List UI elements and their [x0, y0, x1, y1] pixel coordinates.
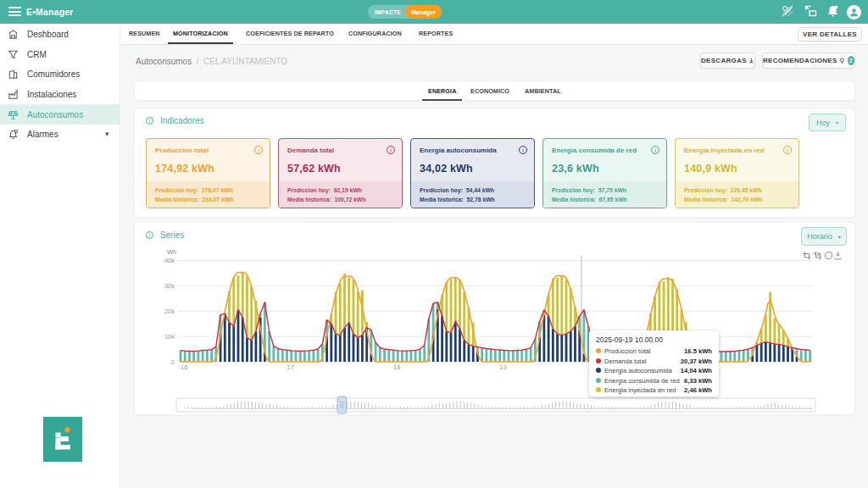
- svg-text:17: 17: [287, 363, 294, 371]
- svg-text:30k: 30k: [164, 282, 175, 290]
- svg-text:18: 18: [393, 363, 400, 371]
- svg-text:0: 0: [171, 358, 175, 366]
- svg-text:19: 19: [500, 363, 507, 371]
- svg-text:40k: 40k: [164, 257, 175, 264]
- svg-text:16: 16: [181, 363, 187, 371]
- svg-text:10k: 10k: [164, 333, 175, 341]
- svg-text:20k: 20k: [164, 308, 175, 315]
- svg-text:Wh: Wh: [167, 248, 176, 256]
